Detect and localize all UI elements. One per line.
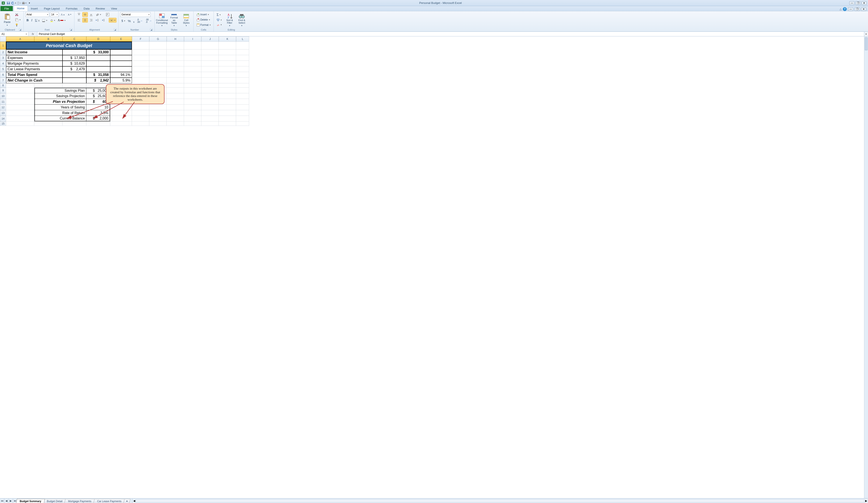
cell-H13[interactable] (167, 110, 184, 116)
row-header-9[interactable]: 9 (0, 88, 6, 93)
clear-button[interactable] (216, 23, 223, 27)
cell-J9[interactable] (202, 88, 219, 93)
row-header-1[interactable]: 1 (0, 42, 6, 50)
cell-B15[interactable] (34, 122, 62, 126)
cell-H7[interactable] (167, 78, 184, 83)
tab-insert[interactable]: Insert (28, 6, 41, 11)
cell-L4[interactable] (236, 61, 249, 66)
cell-I7[interactable] (184, 78, 202, 83)
cell-D6[interactable]: $ 31,058 (86, 72, 110, 78)
col-header-A[interactable]: A (6, 36, 34, 42)
cell-E15[interactable] (110, 122, 132, 126)
cell-J13[interactable] (202, 110, 219, 116)
cell-E13[interactable] (110, 110, 132, 116)
cell-A12[interactable] (6, 105, 34, 110)
cell-I13[interactable] (184, 110, 202, 116)
font-size-combo[interactable]: 14▾ (50, 12, 59, 17)
cell-E2[interactable] (110, 50, 132, 55)
cell-J12[interactable] (202, 105, 219, 110)
cell-J11[interactable] (202, 99, 219, 105)
comma-button[interactable]: , (132, 18, 135, 24)
col-header-J[interactable]: J (202, 36, 219, 42)
cell-L14[interactable] (236, 116, 249, 122)
cell-I11[interactable] (184, 99, 202, 105)
cell-E5[interactable] (110, 66, 132, 72)
cell-A5[interactable]: Car Lease Payments (6, 66, 62, 72)
wb-restore[interactable]: ❐ (855, 7, 860, 11)
cell-A11[interactable] (6, 99, 34, 105)
cell-K1[interactable] (219, 42, 236, 50)
cell-K10[interactable] (219, 93, 236, 99)
cell-H9[interactable] (167, 88, 184, 93)
tab-nav-first[interactable]: ⏮ (0, 499, 4, 503)
cell-L6[interactable] (236, 72, 249, 78)
cell-I3[interactable] (184, 55, 202, 61)
number-launcher[interactable]: ◢ (150, 29, 153, 31)
cell-J2[interactable] (202, 50, 219, 55)
cell-J7[interactable] (202, 78, 219, 83)
cell-F4[interactable] (132, 61, 149, 66)
cell-G7[interactable] (149, 78, 167, 83)
sheet-tab-budget-summary[interactable]: Budget Summary (16, 499, 45, 503)
col-header-G[interactable]: G (149, 36, 167, 42)
cell-L8[interactable] (236, 83, 249, 88)
insert-cells-button[interactable]: Insert (195, 12, 212, 17)
cell-I14[interactable] (184, 116, 202, 122)
find-select-button[interactable]: Find & Select▾ (236, 12, 247, 27)
cell-B11[interactable]: Plan vs Projection (34, 99, 86, 105)
fill-button[interactable] (216, 18, 223, 22)
cell-C8[interactable] (62, 83, 86, 88)
cell-F6[interactable] (132, 72, 149, 78)
row-header-15[interactable]: 15 (0, 122, 6, 126)
cell-H12[interactable] (167, 105, 184, 110)
cell-A9[interactable] (6, 88, 34, 93)
cell-G5[interactable] (149, 66, 167, 72)
cell-L15[interactable] (236, 122, 249, 126)
sheet-tab-budget-detail[interactable]: Budget Detail (43, 499, 66, 503)
increase-indent[interactable] (101, 18, 106, 23)
cell-L12[interactable] (236, 105, 249, 110)
col-header-F[interactable]: F (132, 36, 149, 42)
cell-H2[interactable] (167, 50, 184, 55)
horizontal-scrollbar[interactable]: ◀▶ (132, 499, 868, 503)
row-header-2[interactable]: 2 (0, 50, 6, 55)
row-header-13[interactable]: 13 (0, 110, 6, 116)
cell-E7[interactable]: 5.9% (110, 78, 132, 83)
cell-I5[interactable] (184, 66, 202, 72)
cell-G12[interactable] (149, 105, 167, 110)
cell-A1[interactable]: Personal Cash Budget (6, 42, 132, 50)
cell-K8[interactable] (219, 83, 236, 88)
cell-K6[interactable] (219, 72, 236, 78)
cell-B13[interactable]: Rate of Return (34, 110, 86, 116)
tab-review[interactable]: Review (93, 6, 108, 11)
cell-I8[interactable] (184, 83, 202, 88)
cell-E4[interactable] (110, 61, 132, 66)
cell-J14[interactable] (202, 116, 219, 122)
cell-H1[interactable] (167, 42, 184, 50)
cell-A10[interactable] (6, 93, 34, 99)
cell-J5[interactable] (202, 66, 219, 72)
cell-C6[interactable] (62, 72, 86, 78)
row-header-7[interactable]: 7 (0, 78, 6, 83)
tab-page-layout[interactable]: Page Layout (41, 6, 63, 11)
help-icon[interactable]: ? (843, 7, 847, 11)
cell-C3[interactable]: $ 17,950 (62, 55, 86, 61)
cut-button[interactable] (14, 12, 22, 17)
cell-F12[interactable] (132, 105, 149, 110)
cell-G13[interactable] (149, 110, 167, 116)
row-header-5[interactable]: 5 (0, 66, 6, 72)
col-header-B[interactable]: B (34, 36, 62, 42)
formula-input[interactable]: Personal Cash Budget (38, 32, 864, 36)
cell-H8[interactable] (167, 83, 184, 88)
col-header-D[interactable]: D (86, 36, 110, 42)
clipboard-launcher[interactable]: ◢ (19, 29, 22, 31)
accounting-button[interactable]: $ (120, 18, 126, 24)
align-bottom[interactable] (88, 12, 94, 17)
cell-K12[interactable] (219, 105, 236, 110)
font-color-button[interactable]: A (56, 18, 66, 23)
cell-A14[interactable] (6, 116, 34, 122)
cell-B10[interactable]: Savings Projection (34, 93, 86, 99)
cell-I2[interactable] (184, 50, 202, 55)
cell-H11[interactable] (167, 99, 184, 105)
grow-font-button[interactable]: A▲ (60, 12, 66, 17)
